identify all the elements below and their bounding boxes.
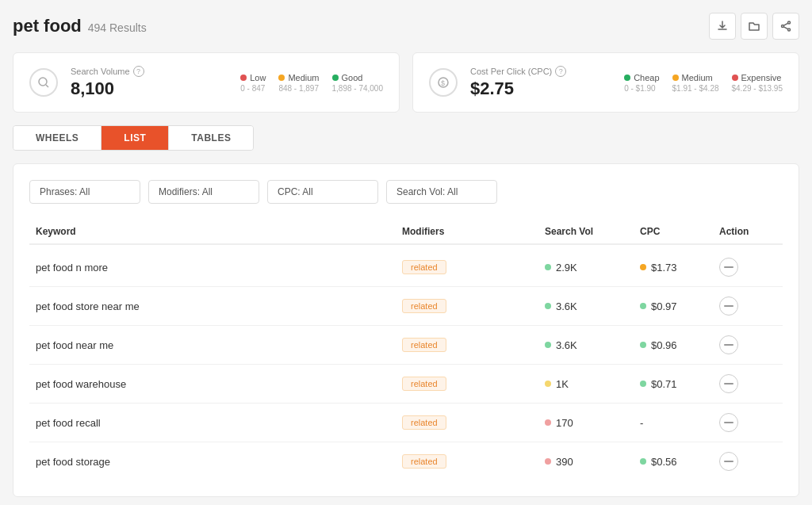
cpc-card: $ Cost Per Click (CPC) ? $2.75 Cheap 0 -… bbox=[412, 52, 799, 113]
svg-point-2 bbox=[782, 25, 784, 28]
modifier-badge: related bbox=[402, 299, 446, 313]
action-cell bbox=[719, 452, 783, 471]
action-cell bbox=[719, 374, 783, 393]
cpc-label: Cost Per Click (CPC) ? bbox=[470, 66, 611, 77]
modifiers-filter[interactable] bbox=[148, 180, 259, 204]
legend-low: Low 0 - 847 bbox=[240, 73, 266, 93]
cpc-cell: - bbox=[640, 417, 719, 429]
table-row: pet food store near me related 3.6K $0.9… bbox=[29, 287, 783, 326]
keyword-cell: pet food recall bbox=[29, 417, 402, 429]
col-action: Action bbox=[719, 226, 783, 237]
modifier-cell: related bbox=[402, 454, 545, 469]
legend-expensive: Expensive $4.29 - $13.95 bbox=[732, 73, 783, 93]
main-content: Keyword Modifiers Search Vol CPC Action … bbox=[13, 163, 799, 497]
legend-good: Good 1,898 - 74,000 bbox=[332, 73, 384, 93]
svg-line-6 bbox=[46, 85, 48, 87]
legend-cheap: Cheap 0 - $1.90 bbox=[624, 73, 659, 93]
remove-button[interactable] bbox=[719, 258, 738, 277]
modifier-badge: related bbox=[402, 415, 446, 430]
modifier-cell: related bbox=[402, 299, 545, 313]
page-wrapper: pet food 494 Results bbox=[0, 0, 812, 505]
search-volume-icon bbox=[29, 68, 58, 97]
phrases-filter[interactable] bbox=[29, 180, 140, 204]
filters-row bbox=[29, 180, 783, 204]
cpc-cell: $0.71 bbox=[640, 378, 719, 390]
modifier-cell: related bbox=[402, 338, 545, 352]
cpc-filter[interactable] bbox=[267, 180, 378, 204]
search-vol-cell: 170 bbox=[545, 417, 640, 429]
search-volume-main: Search Volume ? 8,100 bbox=[71, 66, 228, 99]
remove-button[interactable] bbox=[719, 296, 738, 316]
search-vol-cell: 2.9K bbox=[545, 262, 640, 274]
tab-tables[interactable]: TABLES bbox=[169, 126, 253, 150]
keyword-cell: pet food warehouse bbox=[29, 378, 402, 390]
modifier-badge: related bbox=[402, 454, 446, 469]
search-volume-value: 8,100 bbox=[71, 78, 228, 99]
remove-button[interactable] bbox=[719, 335, 738, 354]
cpc-cell: $0.96 bbox=[640, 339, 719, 351]
modifier-cell: related bbox=[402, 260, 545, 274]
table-row: pet food n more related 2.9K $1.73 bbox=[29, 248, 783, 287]
search-volume-label: Search Volume ? bbox=[71, 66, 228, 77]
search-volume-help[interactable]: ? bbox=[133, 66, 144, 77]
folder-button[interactable] bbox=[741, 13, 768, 40]
table-row: pet food near me related 3.6K $0.96 bbox=[29, 326, 783, 365]
modifier-badge: related bbox=[402, 260, 446, 274]
action-cell bbox=[719, 413, 783, 432]
svg-text:$: $ bbox=[441, 79, 445, 87]
download-button[interactable] bbox=[709, 13, 736, 40]
remove-button[interactable] bbox=[719, 413, 738, 432]
header-title: pet food 494 Results bbox=[13, 16, 147, 36]
tab-wheels[interactable]: WHEELS bbox=[13, 126, 102, 150]
keyword-cell: pet food store near me bbox=[29, 300, 402, 312]
modifier-badge: related bbox=[402, 377, 446, 391]
svg-point-0 bbox=[788, 21, 791, 24]
header: pet food 494 Results bbox=[13, 13, 799, 40]
modifier-badge: related bbox=[402, 338, 446, 352]
cpc-help[interactable]: ? bbox=[555, 66, 566, 77]
search-vol-cell: 1K bbox=[545, 378, 640, 390]
col-cpc: CPC bbox=[640, 226, 719, 237]
table-row: pet food storage related 390 $0.56 bbox=[29, 442, 783, 480]
search-vol-cell: 3.6K bbox=[545, 339, 640, 351]
legend-cpc-medium: Medium $1.91 - $4.28 bbox=[672, 73, 719, 93]
cpc-cell: $0.97 bbox=[640, 300, 719, 312]
cpc-value: $2.75 bbox=[470, 78, 611, 99]
tabs-section: WHEELS LIST TABLES bbox=[13, 125, 799, 151]
keyword-cell: pet food n more bbox=[29, 262, 402, 274]
remove-button[interactable] bbox=[719, 374, 738, 393]
tabs: WHEELS LIST TABLES bbox=[13, 125, 254, 151]
cpc-cell: $1.73 bbox=[640, 262, 719, 274]
searchvol-filter[interactable] bbox=[386, 180, 497, 204]
modifier-cell: related bbox=[402, 377, 545, 391]
search-volume-card: Search Volume ? 8,100 Low 0 - 847 Medium… bbox=[13, 52, 400, 113]
cpc-icon: $ bbox=[429, 68, 458, 97]
keywords-table: Keyword Modifiers Search Vol CPC Action … bbox=[29, 220, 783, 480]
action-cell bbox=[719, 335, 783, 354]
legend-medium: Medium 848 - 1,897 bbox=[278, 73, 319, 93]
table-row: pet food warehouse related 1K $0.71 bbox=[29, 365, 783, 404]
stat-cards: Search Volume ? 8,100 Low 0 - 847 Medium… bbox=[13, 52, 799, 113]
col-keyword: Keyword bbox=[29, 226, 402, 237]
share-button[interactable] bbox=[772, 13, 799, 40]
action-cell bbox=[719, 296, 783, 316]
results-count: 494 Results bbox=[88, 21, 147, 34]
tab-list[interactable]: LIST bbox=[102, 126, 169, 150]
search-volume-legend: Low 0 - 847 Medium 848 - 1,897 Good 1,89… bbox=[240, 73, 383, 93]
table-header: Keyword Modifiers Search Vol CPC Action bbox=[29, 220, 783, 245]
table-body: pet food n more related 2.9K $1.73 pet f… bbox=[29, 248, 783, 480]
header-actions bbox=[709, 13, 799, 40]
action-cell bbox=[719, 258, 783, 277]
cpc-main: Cost Per Click (CPC) ? $2.75 bbox=[470, 66, 611, 99]
svg-point-5 bbox=[39, 78, 47, 86]
page-title: pet food bbox=[13, 16, 82, 36]
cpc-legend: Cheap 0 - $1.90 Medium $1.91 - $4.28 Exp… bbox=[624, 73, 783, 93]
modifier-cell: related bbox=[402, 415, 545, 430]
remove-button[interactable] bbox=[719, 452, 738, 471]
keyword-cell: pet food storage bbox=[29, 456, 402, 468]
keyword-cell: pet food near me bbox=[29, 339, 402, 351]
svg-point-1 bbox=[788, 29, 791, 31]
search-vol-cell: 390 bbox=[545, 456, 640, 468]
svg-line-4 bbox=[783, 27, 787, 29]
table-row: pet food recall related 170 - bbox=[29, 404, 783, 442]
